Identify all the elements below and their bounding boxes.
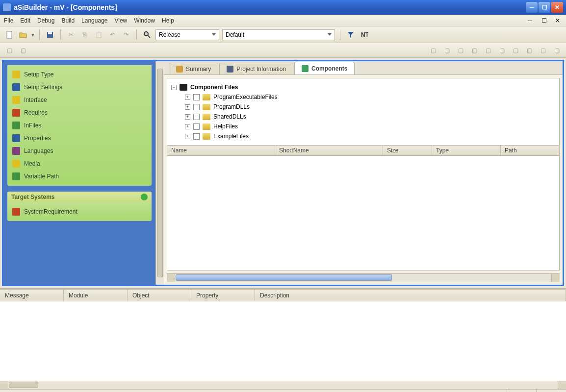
tb2-btn-8[interactable]: ▢ bbox=[496, 45, 507, 56]
checkbox[interactable] bbox=[193, 94, 200, 100]
tb2-btn-9[interactable]: ▢ bbox=[510, 45, 521, 56]
sidebar-item-languages[interactable]: Languages bbox=[7, 145, 152, 157]
new-button[interactable] bbox=[4, 29, 15, 40]
sidebar-item-label: Setup Type bbox=[24, 71, 54, 78]
folder-icon bbox=[203, 114, 210, 120]
scroll-thumb[interactable] bbox=[176, 274, 392, 281]
scroll-left-icon[interactable] bbox=[167, 274, 175, 282]
undo-button[interactable]: ↶ bbox=[107, 29, 118, 40]
sidebar-item-system-requirement[interactable]: SystemRequirement bbox=[7, 205, 152, 218]
mdi-close-icon[interactable]: ✕ bbox=[555, 17, 562, 24]
tb2-btn-2[interactable]: ▢ bbox=[18, 45, 28, 56]
out-col-module[interactable]: Module bbox=[64, 290, 128, 301]
menu-help[interactable]: Help bbox=[162, 17, 174, 24]
out-col-description[interactable]: Description bbox=[255, 290, 566, 301]
tb2-btn-1[interactable]: ▢ bbox=[4, 45, 15, 56]
tb2-btn-3[interactable]: ▢ bbox=[428, 45, 438, 56]
minimize-button[interactable]: ─ bbox=[526, 2, 538, 13]
checkbox[interactable] bbox=[193, 104, 200, 110]
copy-button[interactable]: ⎘ bbox=[79, 29, 90, 40]
menu-window[interactable]: Window bbox=[134, 17, 155, 24]
scroll-right-icon[interactable] bbox=[551, 274, 560, 282]
config-combo[interactable]: Release bbox=[155, 29, 219, 40]
out-col-property[interactable]: Property bbox=[191, 290, 255, 301]
tree-item[interactable]: +ProgramExecutableFiles bbox=[171, 92, 555, 102]
scroll-right-icon[interactable] bbox=[558, 381, 566, 389]
tab-project-information[interactable]: Project Information bbox=[219, 63, 293, 74]
sidebar-item-interface[interactable]: Interface bbox=[7, 94, 152, 106]
tree-item[interactable]: +SharedDLLs bbox=[171, 112, 555, 122]
col-type[interactable]: Type bbox=[432, 146, 501, 155]
tree-item[interactable]: +ProgramDLLs bbox=[171, 102, 555, 112]
menu-file[interactable]: File bbox=[4, 17, 13, 24]
sidebar-item-setup-type[interactable]: Setup Type bbox=[7, 68, 152, 81]
menu-view[interactable]: View bbox=[114, 17, 127, 24]
tree-root[interactable]: − Component Files bbox=[171, 82, 555, 92]
menu-debug[interactable]: Debug bbox=[37, 17, 54, 24]
tree-item[interactable]: +ExampleFiles bbox=[171, 131, 555, 141]
expand-icon[interactable]: + bbox=[185, 95, 190, 100]
tb2-btn-11[interactable]: ▢ bbox=[538, 45, 548, 56]
tb2-btn-7[interactable]: ▢ bbox=[483, 45, 493, 56]
tb2-btn-6[interactable]: ▢ bbox=[469, 45, 480, 56]
svg-rect-0 bbox=[7, 31, 12, 38]
tab-components[interactable]: Components bbox=[294, 62, 355, 74]
col-path[interactable]: Path bbox=[501, 146, 559, 155]
properties-icon bbox=[12, 134, 20, 142]
tab-summary[interactable]: Summary bbox=[169, 63, 218, 74]
platform-combo[interactable]: Default bbox=[222, 29, 335, 40]
content-hscrollbar[interactable] bbox=[167, 273, 560, 282]
checkbox[interactable] bbox=[193, 123, 200, 130]
mdi-minimize-icon[interactable]: ─ bbox=[528, 17, 535, 24]
sidebar-item-properties[interactable]: Properties bbox=[7, 132, 152, 145]
tree-pane: − Component Files +ProgramExecutableFile… bbox=[167, 78, 560, 270]
svg-line-4 bbox=[148, 35, 150, 38]
sidebar-item-label: Requires bbox=[24, 109, 48, 116]
col-name[interactable]: Name bbox=[167, 146, 275, 155]
expand-icon[interactable]: + bbox=[185, 104, 190, 110]
search-button[interactable] bbox=[142, 29, 153, 40]
menu-build[interactable]: Build bbox=[61, 17, 75, 24]
checkbox[interactable] bbox=[193, 114, 200, 120]
window-title: aSiBuilder - mV - [Components] bbox=[14, 3, 526, 11]
col-size[interactable]: Size bbox=[383, 146, 432, 155]
sidebar-item-infiles[interactable]: InFiles bbox=[7, 119, 152, 132]
build-button[interactable]: NT bbox=[359, 29, 370, 40]
sidebar-scrollbar[interactable] bbox=[155, 61, 164, 285]
tree-item[interactable]: +HelpFiles bbox=[171, 122, 555, 131]
open-button[interactable] bbox=[18, 29, 28, 40]
tb2-btn-10[interactable]: ▢ bbox=[524, 45, 535, 56]
paste-button[interactable]: 📋 bbox=[93, 29, 104, 40]
maximize-button[interactable]: ☐ bbox=[539, 2, 550, 13]
filter-button[interactable] bbox=[345, 29, 356, 40]
expand-icon[interactable]: + bbox=[185, 124, 190, 129]
tab-label: Components bbox=[311, 65, 347, 72]
col-shortname[interactable]: ShortName bbox=[275, 146, 383, 155]
close-button[interactable]: ✕ bbox=[551, 2, 563, 13]
out-col-object[interactable]: Object bbox=[128, 290, 191, 301]
folder-icon bbox=[203, 94, 210, 100]
sidebar-item-requires[interactable]: Requires bbox=[7, 106, 152, 119]
redo-button[interactable]: ↷ bbox=[121, 29, 131, 40]
output-hscrollbar[interactable] bbox=[0, 381, 566, 389]
scroll-thumb[interactable] bbox=[9, 382, 38, 388]
out-col-message[interactable]: Message bbox=[0, 290, 64, 301]
expand-icon[interactable]: + bbox=[185, 134, 190, 139]
menu-language[interactable]: Language bbox=[81, 17, 107, 24]
save-button[interactable] bbox=[45, 29, 55, 40]
checkbox[interactable] bbox=[193, 133, 200, 140]
mdi-restore-icon[interactable]: ☐ bbox=[541, 17, 548, 24]
tb2-btn-4[interactable]: ▢ bbox=[441, 45, 452, 56]
sidebar-item-variable-path[interactable]: Variable Path bbox=[7, 170, 152, 183]
menu-edit[interactable]: Edit bbox=[20, 17, 30, 24]
sidebar-item-media[interactable]: Media bbox=[7, 157, 152, 170]
tb2-btn-12[interactable]: ▢ bbox=[551, 45, 562, 56]
sidebar-panel-2-header[interactable]: Target Systems bbox=[7, 192, 152, 202]
cut-button[interactable]: ✂ bbox=[66, 29, 77, 40]
collapse-icon[interactable]: − bbox=[171, 85, 177, 90]
menu-bar: File Edit Debug Build Language View Wind… bbox=[0, 15, 566, 26]
scroll-left-icon[interactable] bbox=[0, 381, 8, 389]
sidebar-item-setup-settings[interactable]: Setup Settings bbox=[7, 81, 152, 94]
expand-icon[interactable]: + bbox=[185, 114, 190, 120]
tb2-btn-5[interactable]: ▢ bbox=[455, 45, 466, 56]
